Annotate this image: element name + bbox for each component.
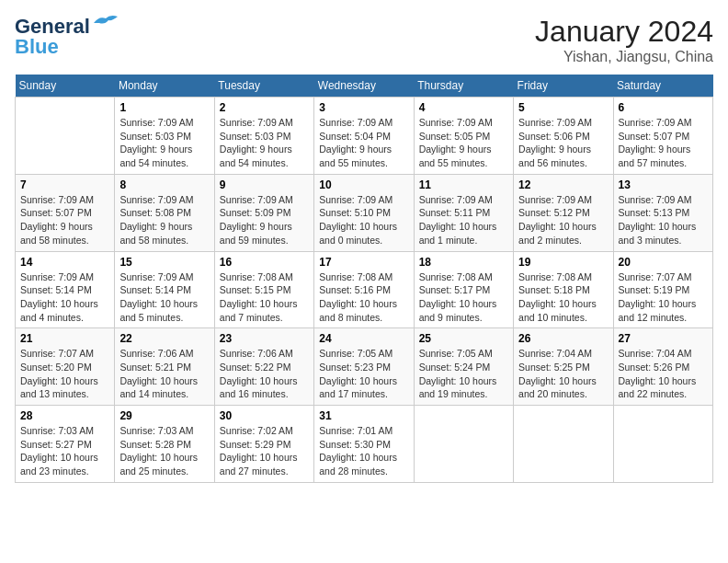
- day-number: 13: [619, 178, 708, 191]
- calendar-cell: 12Sunrise: 7:09 AMSunset: 5:12 PMDayligh…: [514, 174, 613, 251]
- calendar-cell: 31Sunrise: 7:01 AMSunset: 5:30 PMDayligh…: [314, 406, 414, 483]
- day-number: 3: [319, 101, 408, 114]
- calendar-cell: 6Sunrise: 7:09 AMSunset: 5:07 PMDaylight…: [613, 98, 712, 175]
- day-info: Sunrise: 7:09 AMSunset: 5:04 PMDaylight:…: [319, 116, 408, 170]
- day-info: Sunrise: 7:09 AMSunset: 5:07 PMDaylight:…: [20, 193, 109, 247]
- week-row-5: 28Sunrise: 7:03 AMSunset: 5:27 PMDayligh…: [16, 406, 713, 483]
- day-number: 22: [119, 332, 209, 345]
- calendar-cell: 30Sunrise: 7:02 AMSunset: 5:29 PMDayligh…: [214, 406, 313, 483]
- calendar-cell: 15Sunrise: 7:09 AMSunset: 5:14 PMDayligh…: [115, 251, 214, 328]
- day-number: 2: [220, 101, 309, 114]
- day-number: 31: [319, 409, 408, 422]
- calendar-cell: 29Sunrise: 7:03 AMSunset: 5:28 PMDayligh…: [115, 406, 214, 483]
- day-number: 21: [20, 332, 109, 345]
- calendar-cell: 14Sunrise: 7:09 AMSunset: 5:14 PMDayligh…: [16, 251, 115, 328]
- calendar-cell: 24Sunrise: 7:05 AMSunset: 5:23 PMDayligh…: [314, 328, 414, 406]
- calendar-cell: 25Sunrise: 7:05 AMSunset: 5:24 PMDayligh…: [414, 328, 513, 406]
- day-info: Sunrise: 7:09 AMSunset: 5:03 PMDaylight:…: [119, 116, 209, 170]
- day-number: 12: [518, 178, 608, 191]
- day-number: 25: [419, 332, 508, 345]
- day-info: Sunrise: 7:03 AMSunset: 5:27 PMDaylight:…: [20, 424, 109, 478]
- calendar-cell: 19Sunrise: 7:08 AMSunset: 5:18 PMDayligh…: [514, 251, 613, 328]
- day-info: Sunrise: 7:09 AMSunset: 5:07 PMDaylight:…: [619, 116, 708, 170]
- day-number: 10: [319, 178, 408, 191]
- day-info: Sunrise: 7:05 AMSunset: 5:23 PMDaylight:…: [319, 347, 408, 401]
- day-info: Sunrise: 7:01 AMSunset: 5:30 PMDaylight:…: [319, 424, 408, 478]
- logo-blue-text: Blue: [15, 35, 59, 59]
- calendar-cell: 2Sunrise: 7:09 AMSunset: 5:03 PMDaylight…: [214, 98, 313, 175]
- page-header: General Blue January 2024 Yishan, Jiangs…: [15, 15, 713, 65]
- day-number: 29: [119, 409, 209, 422]
- day-info: Sunrise: 7:09 AMSunset: 5:12 PMDaylight:…: [518, 193, 608, 247]
- weekday-header-row: SundayMondayTuesdayWednesdayThursdayFrid…: [16, 75, 713, 98]
- day-number: 6: [619, 101, 708, 114]
- location-title: Yishan, Jiangsu, China: [535, 49, 713, 65]
- day-number: 28: [20, 409, 109, 422]
- day-info: Sunrise: 7:09 AMSunset: 5:14 PMDaylight:…: [20, 270, 109, 325]
- day-info: Sunrise: 7:04 AMSunset: 5:26 PMDaylight:…: [619, 347, 708, 401]
- day-info: Sunrise: 7:02 AMSunset: 5:29 PMDaylight:…: [220, 424, 309, 478]
- calendar-cell: 1Sunrise: 7:09 AMSunset: 5:03 PMDaylight…: [115, 98, 214, 175]
- calendar-cell: 10Sunrise: 7:09 AMSunset: 5:10 PMDayligh…: [314, 174, 414, 251]
- calendar-cell: [414, 406, 513, 483]
- calendar-cell: [514, 406, 613, 483]
- day-info: Sunrise: 7:09 AMSunset: 5:09 PMDaylight:…: [220, 193, 309, 247]
- day-info: Sunrise: 7:04 AMSunset: 5:25 PMDaylight:…: [518, 347, 608, 401]
- day-info: Sunrise: 7:03 AMSunset: 5:28 PMDaylight:…: [119, 424, 209, 478]
- week-row-4: 21Sunrise: 7:07 AMSunset: 5:20 PMDayligh…: [16, 328, 713, 406]
- day-info: Sunrise: 7:08 AMSunset: 5:15 PMDaylight:…: [220, 270, 309, 325]
- logo-bird-icon: [92, 14, 119, 32]
- day-info: Sunrise: 7:09 AMSunset: 5:05 PMDaylight:…: [419, 116, 508, 170]
- day-info: Sunrise: 7:09 AMSunset: 5:10 PMDaylight:…: [319, 193, 408, 247]
- calendar-cell: 5Sunrise: 7:09 AMSunset: 5:06 PMDaylight…: [514, 98, 613, 175]
- calendar-cell: 28Sunrise: 7:03 AMSunset: 5:27 PMDayligh…: [16, 406, 115, 483]
- calendar-cell: 4Sunrise: 7:09 AMSunset: 5:05 PMDaylight…: [414, 98, 513, 175]
- calendar-cell: 7Sunrise: 7:09 AMSunset: 5:07 PMDaylight…: [16, 174, 115, 251]
- day-info: Sunrise: 7:09 AMSunset: 5:11 PMDaylight:…: [419, 193, 508, 247]
- week-row-3: 14Sunrise: 7:09 AMSunset: 5:14 PMDayligh…: [16, 251, 713, 328]
- calendar-cell: 26Sunrise: 7:04 AMSunset: 5:25 PMDayligh…: [514, 328, 613, 406]
- calendar-cell: 11Sunrise: 7:09 AMSunset: 5:11 PMDayligh…: [414, 174, 513, 251]
- weekday-header-friday: Friday: [514, 75, 613, 98]
- day-number: 19: [518, 256, 608, 269]
- day-number: 4: [419, 101, 508, 114]
- day-info: Sunrise: 7:06 AMSunset: 5:21 PMDaylight:…: [119, 347, 209, 401]
- week-row-1: 1Sunrise: 7:09 AMSunset: 5:03 PMDaylight…: [16, 98, 713, 175]
- day-number: 15: [119, 256, 209, 269]
- weekday-header-wednesday: Wednesday: [314, 75, 414, 98]
- calendar-cell: 22Sunrise: 7:06 AMSunset: 5:21 PMDayligh…: [115, 328, 214, 406]
- weekday-header-saturday: Saturday: [613, 75, 712, 98]
- day-number: 23: [220, 332, 309, 345]
- day-number: 14: [20, 256, 109, 269]
- day-info: Sunrise: 7:06 AMSunset: 5:22 PMDaylight:…: [220, 347, 309, 401]
- calendar-cell: 18Sunrise: 7:08 AMSunset: 5:17 PMDayligh…: [414, 251, 513, 328]
- calendar-table: SundayMondayTuesdayWednesdayThursdayFrid…: [15, 75, 713, 483]
- day-info: Sunrise: 7:09 AMSunset: 5:03 PMDaylight:…: [220, 116, 309, 170]
- weekday-header-thursday: Thursday: [414, 75, 513, 98]
- day-info: Sunrise: 7:09 AMSunset: 5:14 PMDaylight:…: [119, 270, 209, 325]
- day-number: 1: [119, 101, 209, 114]
- day-info: Sunrise: 7:09 AMSunset: 5:13 PMDaylight:…: [619, 193, 708, 247]
- month-title: January 2024: [535, 15, 713, 49]
- calendar-cell: 20Sunrise: 7:07 AMSunset: 5:19 PMDayligh…: [613, 251, 712, 328]
- title-block: January 2024 Yishan, Jiangsu, China: [535, 15, 713, 65]
- day-number: 27: [619, 332, 708, 345]
- calendar-cell: 8Sunrise: 7:09 AMSunset: 5:08 PMDaylight…: [115, 174, 214, 251]
- weekday-header-tuesday: Tuesday: [214, 75, 313, 98]
- day-number: 16: [220, 256, 309, 269]
- weekday-header-sunday: Sunday: [16, 75, 115, 98]
- day-info: Sunrise: 7:08 AMSunset: 5:18 PMDaylight:…: [518, 270, 608, 325]
- day-info: Sunrise: 7:08 AMSunset: 5:16 PMDaylight:…: [319, 270, 408, 325]
- day-number: 30: [220, 409, 309, 422]
- calendar-cell: 16Sunrise: 7:08 AMSunset: 5:15 PMDayligh…: [214, 251, 313, 328]
- day-number: 9: [220, 178, 309, 191]
- calendar-cell: 23Sunrise: 7:06 AMSunset: 5:22 PMDayligh…: [214, 328, 313, 406]
- day-info: Sunrise: 7:07 AMSunset: 5:20 PMDaylight:…: [20, 347, 109, 401]
- day-number: 8: [119, 178, 209, 191]
- calendar-cell: [16, 98, 115, 175]
- calendar-cell: [613, 406, 712, 483]
- day-number: 24: [319, 332, 408, 345]
- calendar-cell: 13Sunrise: 7:09 AMSunset: 5:13 PMDayligh…: [613, 174, 712, 251]
- calendar-cell: 27Sunrise: 7:04 AMSunset: 5:26 PMDayligh…: [613, 328, 712, 406]
- day-info: Sunrise: 7:05 AMSunset: 5:24 PMDaylight:…: [419, 347, 508, 401]
